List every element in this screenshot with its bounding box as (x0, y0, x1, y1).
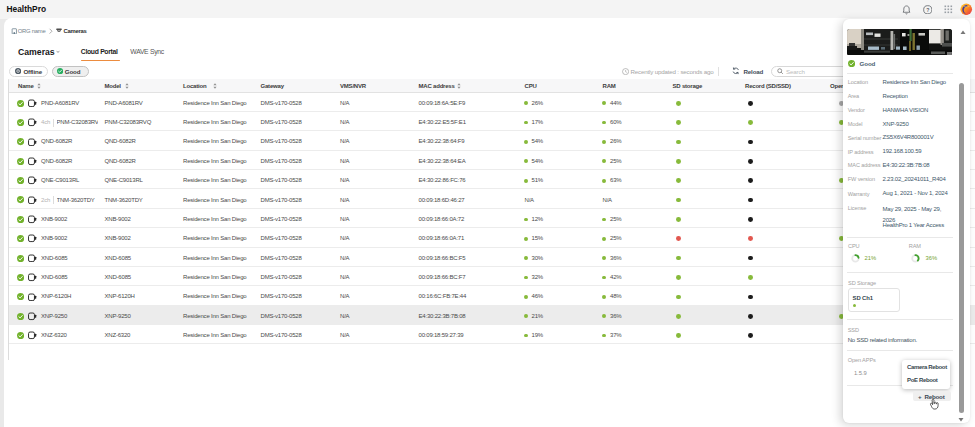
svg-text:?: ? (926, 6, 929, 12)
